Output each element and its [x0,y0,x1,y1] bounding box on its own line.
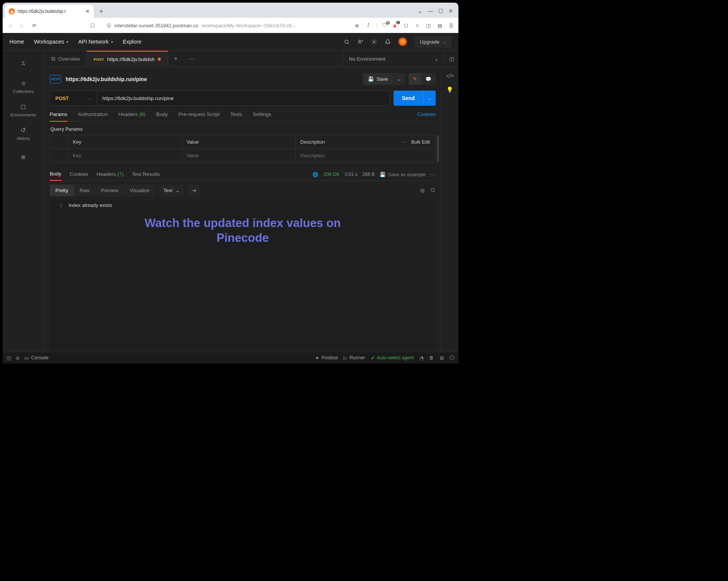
tab-headers[interactable]: Headers (6) [118,111,145,121]
chevron-down-icon: ⌄ [443,40,446,44]
cookies-link[interactable]: Cookies [417,111,436,121]
environment-quicklook-icon[interactable]: ◫ [444,51,458,67]
tab-prerequest[interactable]: Pre-request Script [178,111,220,121]
warning-icon[interactable]: ▲1 [392,22,398,29]
tab-settings[interactable]: Settings [253,111,271,121]
sidebar-collections[interactable]: ⌾Collections [13,80,34,94]
search-response-icon[interactable] [430,187,436,194]
view-visualize[interactable]: Visualize [124,185,155,196]
menu-icon[interactable]: ☰ [448,23,455,28]
request-url-input[interactable] [102,96,384,101]
url-path: /workspace/My-Workspace~20dccb7d-c9... [201,23,296,28]
comment-icon[interactable]: 💬 [421,73,436,85]
resp-tab-headers[interactable]: Headers (7) [97,171,124,180]
chevron-down-icon: ▾ [111,40,113,44]
method-selector[interactable]: POST ⌄ [50,91,97,105]
postbot-button[interactable]: ✦Postbot [315,355,337,361]
help-icon[interactable]: ⓘ [450,355,455,361]
view-preview[interactable]: Preview [95,185,124,196]
response-more-icon[interactable]: ⋯ [431,172,436,177]
nav-api-network[interactable]: API Network▾ [78,39,113,45]
new-request-tab-button[interactable]: + [168,55,184,63]
resp-tab-cookies[interactable]: Cookies [70,171,88,180]
zoom-icon[interactable]: ⊕ [354,23,361,28]
trash-icon[interactable]: 🗑 [429,355,434,360]
wallet-icon[interactable]: ▤ [436,23,443,28]
runner-button[interactable]: ▷Runner [344,355,365,361]
response-body[interactable]: 1 Index already exists Watch the updated… [50,200,436,352]
tab-favicon-icon: ◉ [9,8,15,14]
user-avatar[interactable] [398,37,408,47]
tab-authorization[interactable]: Authorization [78,111,108,121]
share-icon[interactable]: ⤴ [365,23,372,28]
view-raw[interactable]: Raw [74,185,95,196]
sync-ok-icon[interactable]: ⊘ [16,355,20,361]
param-key-input[interactable] [73,153,177,158]
layout-icon[interactable]: ⊞ [440,355,444,361]
save-button[interactable]: 💾Save [363,73,393,85]
environment-selector[interactable]: No Environment⌄ [343,51,444,67]
new-tab-button[interactable]: + [96,6,107,17]
tab-request-active[interactable]: POST https://6dk2jv.buildsh [87,51,168,67]
url-bar[interactable]: 🛈 interstellar-sunset-351942.postman.co/… [103,20,347,31]
bulk-edit-link[interactable]: Bulk Edit [411,139,430,145]
reload-icon[interactable]: ⟳ [31,23,38,28]
browser-tab-active[interactable]: ◉ https://6dk2jv.buildship.r ✕ [5,5,94,18]
param-value-input[interactable] [187,153,291,158]
request-title: https://6dk2jv.buildship.run/pine [66,76,147,82]
edit-icon[interactable]: ✎ [409,73,421,85]
resp-tab-tests[interactable]: Test Results [132,171,160,180]
agent-status[interactable]: ✔Auto-select agent [371,355,414,361]
nav-explore[interactable]: Explore [123,39,141,45]
console-button[interactable]: ▭Console [24,355,49,361]
tab-overview[interactable]: ⧉Overview [44,51,87,67]
param-desc-input[interactable] [300,153,431,158]
invite-icon[interactable] [357,39,364,45]
bookmark-icon[interactable]: ☐ [89,23,96,28]
brave-shield-icon[interactable]: 🛡5 [382,23,387,28]
sidebar-configure-icon[interactable]: ⊞ [16,150,31,164]
sidepanel-icon[interactable]: ◫ [425,23,432,28]
code-icon[interactable]: </> [446,72,454,79]
nav-home[interactable]: Home [9,39,24,45]
copy-icon[interactable]: ⧉ [420,187,425,194]
wrap-lines-icon[interactable]: ⇥ [188,185,200,196]
environments-icon: ◻ [20,103,26,111]
sidebar-environments[interactable]: ◻Environments [11,103,36,117]
window-chevron-icon[interactable]: ⌄ [418,8,422,14]
send-dropdown[interactable]: ⌄ [423,91,436,106]
window-close-icon[interactable]: ✕ [449,8,453,14]
settings-icon[interactable] [370,39,377,45]
scrollbar[interactable] [437,135,439,162]
cookies-icon[interactable]: ◔ [419,355,424,361]
tab-params[interactable]: Params [50,111,67,122]
upgrade-button[interactable]: Upgrade⌄ [414,36,452,48]
nav-workspaces[interactable]: Workspaces▾ [34,39,69,45]
tab-body[interactable]: Body [156,111,168,121]
table-row[interactable] [50,149,435,162]
send-button[interactable]: Send [394,91,423,106]
columns-more-icon[interactable]: ⋯ [402,139,407,145]
tab-close-icon[interactable]: ✕ [85,8,90,14]
sidebar-history[interactable]: ↺History [17,126,30,141]
nav-back-icon[interactable]: ◁ [6,23,13,28]
panel-toggle-icon[interactable]: ◫ [6,355,11,361]
tab-tests[interactable]: Tests [230,111,242,121]
hint-icon[interactable]: 💡 [446,86,453,93]
nav-forward-icon[interactable]: ▷ [19,23,25,28]
window-minimize-icon[interactable]: ― [428,8,433,14]
music-icon[interactable]: ♫ [414,23,420,28]
save-example-button[interactable]: 💾Save as example [380,172,426,177]
response-section: Body Cookies Headers (7) Test Results 🌐 … [50,171,436,352]
workspace-switcher-icon[interactable] [16,56,31,70]
search-icon[interactable] [343,39,350,45]
notifications-icon[interactable] [384,39,391,45]
network-icon[interactable]: 🌐 [312,172,318,177]
view-pretty[interactable]: Pretty [50,185,74,196]
window-maximize-icon[interactable]: ☐ [438,8,443,14]
extensions-icon[interactable]: ⬡ [402,23,409,28]
tabs-more-icon[interactable]: ⋯ [184,56,200,62]
save-dropdown[interactable]: ⌄ [393,73,405,85]
format-selector[interactable]: Text⌄ [159,185,184,196]
resp-tab-body[interactable]: Body [50,171,61,181]
